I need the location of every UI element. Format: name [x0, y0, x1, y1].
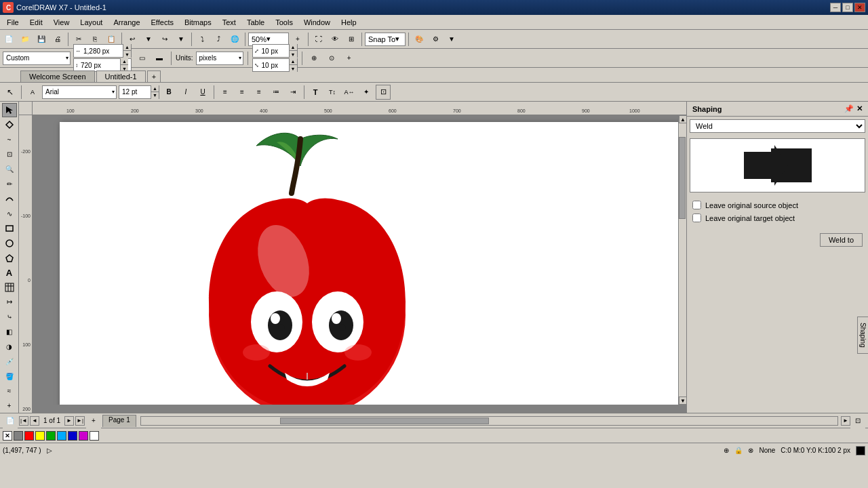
scroll-thumb-vertical[interactable] — [679, 137, 686, 219]
options-dropdown[interactable]: ▼ — [444, 32, 459, 47]
font-size-box[interactable]: 12 pt ▲ ▼ — [119, 85, 159, 99]
font-size-arrows[interactable]: ▲ ▼ — [151, 85, 159, 99]
weld-to-button[interactable]: Weld to — [820, 233, 863, 247]
prev-page-btn[interactable]: ◄ — [30, 416, 39, 426]
align-right-btn[interactable]: ≡ — [252, 85, 267, 100]
menu-file[interactable]: File — [1, 17, 24, 28]
selector-tool-btn[interactable]: ↖ — [3, 85, 18, 100]
landscape-btn[interactable]: ▬ — [152, 51, 167, 66]
fill-tool[interactable]: 🪣 — [2, 369, 17, 384]
char-spacing-btn[interactable]: A↔ — [342, 85, 357, 100]
undo-dropdown[interactable]: ▼ — [141, 32, 156, 47]
close-button[interactable]: ✕ — [854, 3, 865, 12]
menu-text[interactable]: Text — [217, 17, 241, 28]
view2-button[interactable]: ⊞ — [344, 32, 359, 47]
align-center-btn[interactable]: ≡ — [235, 85, 250, 100]
height-arrows[interactable]: ▲ ▼ — [120, 58, 128, 72]
leave-source-checkbox[interactable] — [692, 201, 701, 209]
swatch-red[interactable] — [24, 431, 34, 441]
minimize-button[interactable]: ─ — [830, 3, 841, 12]
menu-arrange[interactable]: Arrange — [108, 17, 145, 28]
scroll-right-btn[interactable]: ► — [841, 416, 850, 426]
menu-layout[interactable]: Layout — [75, 17, 108, 28]
nudge1-up[interactable]: ▲ — [289, 44, 297, 51]
new-button[interactable]: 📄 — [1, 32, 16, 47]
freehand-tool[interactable]: ✏ — [2, 177, 17, 191]
swatch-blue[interactable] — [68, 431, 77, 441]
fullscreen-button[interactable]: ⛶ — [311, 32, 326, 47]
page1-tab[interactable]: Page 1 — [102, 415, 136, 427]
menu-tools[interactable]: Tools — [270, 17, 298, 28]
menu-table[interactable]: Table — [241, 17, 270, 28]
polygon-tool[interactable] — [2, 251, 17, 265]
smart-fill-tool[interactable] — [2, 192, 17, 206]
eyedropper-tool[interactable]: 💉 — [2, 354, 17, 369]
title-bar-controls[interactable]: ─ □ ✕ — [830, 3, 865, 12]
snap-to-dropdown[interactable]: Snap To ▾ — [365, 33, 406, 46]
height-input[interactable] — [79, 62, 120, 69]
width-arrows[interactable]: ▲ ▼ — [123, 44, 131, 58]
table-tool[interactable] — [2, 281, 17, 295]
bspline-tool[interactable]: ∿ — [2, 207, 17, 221]
nudge2-up[interactable]: ▲ — [289, 58, 297, 65]
connector-tool[interactable]: ⤷ — [2, 310, 17, 324]
canvas-area[interactable] — [33, 115, 678, 405]
smear-tool[interactable]: ~ — [2, 133, 17, 147]
redo-dropdown[interactable]: ▼ — [174, 32, 189, 47]
align-left-btn[interactable]: ≡ — [218, 85, 233, 100]
select-tool[interactable] — [2, 103, 17, 117]
underline-btn[interactable]: U — [195, 85, 210, 100]
swatch-white[interactable] — [90, 431, 99, 441]
transparency-tool[interactable]: ◑ — [2, 340, 17, 354]
menu-view[interactable]: View — [48, 17, 75, 28]
nudge2-input[interactable] — [260, 62, 289, 69]
scrollbar-horizontal[interactable] — [140, 416, 838, 426]
width-box[interactable]: ↔ ▲ ▼ — [73, 44, 132, 58]
scrollbar-vertical[interactable]: ▲ ▼ — [678, 115, 686, 405]
transform2-btn[interactable]: ⊙ — [324, 51, 339, 66]
transform-btn[interactable]: ⊕ — [307, 51, 321, 66]
nudge2-box[interactable]: ⤡ ▲ ▼ — [252, 58, 298, 72]
scroll-up-btn[interactable]: ▲ — [679, 115, 686, 123]
panel-controls[interactable]: 📌 ✕ — [844, 104, 863, 113]
nudge1-arrows[interactable]: ▲ ▼ — [289, 44, 297, 58]
swatch-yellow[interactable] — [35, 431, 45, 441]
nudge1-box[interactable]: ⤢ ▲ ▼ — [252, 44, 298, 58]
swatch-green[interactable] — [46, 431, 56, 441]
menu-bitmaps[interactable]: Bitmaps — [179, 17, 217, 28]
tab-untitled1[interactable]: Untitled-1 — [96, 70, 146, 82]
preset-dropdown[interactable]: Custom ▾ — [3, 52, 71, 65]
text-frame-btn[interactable]: ⊡ — [376, 85, 391, 100]
rectangle-tool[interactable] — [2, 222, 17, 236]
text-type-btn[interactable]: T — [308, 85, 323, 100]
add-page-btn2[interactable]: + — [2, 399, 17, 413]
open-button[interactable]: 📁 — [18, 32, 33, 47]
parallel-dim-tool[interactable]: ↦ — [2, 296, 17, 310]
width-down[interactable]: ▼ — [123, 51, 131, 58]
next-page-btn[interactable]: ► — [64, 416, 74, 426]
panel-close-btn[interactable]: ✕ — [856, 104, 863, 113]
print-button[interactable]: 🖨 — [50, 32, 65, 47]
bold-btn[interactable]: B — [161, 85, 176, 100]
export-button[interactable]: ⤴ — [211, 32, 226, 47]
bullet-btn[interactable]: ≔ — [269, 85, 283, 100]
redo-button[interactable]: ↪ — [157, 32, 172, 47]
ellipse-tool[interactable] — [2, 236, 17, 250]
width-up[interactable]: ▲ — [123, 44, 131, 51]
portrait-btn[interactable]: ▭ — [134, 51, 149, 66]
nudge2-down[interactable]: ▼ — [289, 65, 297, 72]
tab-add-button[interactable]: + — [147, 70, 161, 82]
crop-tool[interactable]: ⊡ — [2, 147, 17, 161]
last-page-btn[interactable]: ►| — [75, 416, 85, 426]
swatch-cyan[interactable] — [57, 431, 66, 441]
menu-help[interactable]: Help — [336, 17, 362, 28]
scroll-track-vertical[interactable] — [679, 123, 686, 396]
maximize-button[interactable]: □ — [842, 3, 853, 12]
smart-draw-tool[interactable]: ≈ — [2, 384, 17, 398]
shape-tool[interactable] — [2, 118, 17, 132]
settings-button[interactable]: ⚙ — [428, 32, 443, 47]
text-star-btn[interactable]: ✦ — [359, 85, 374, 100]
no-fill-swatch[interactable]: ✕ — [3, 431, 12, 441]
swatch-gray[interactable] — [14, 431, 23, 441]
text-tool[interactable]: A — [2, 266, 17, 280]
